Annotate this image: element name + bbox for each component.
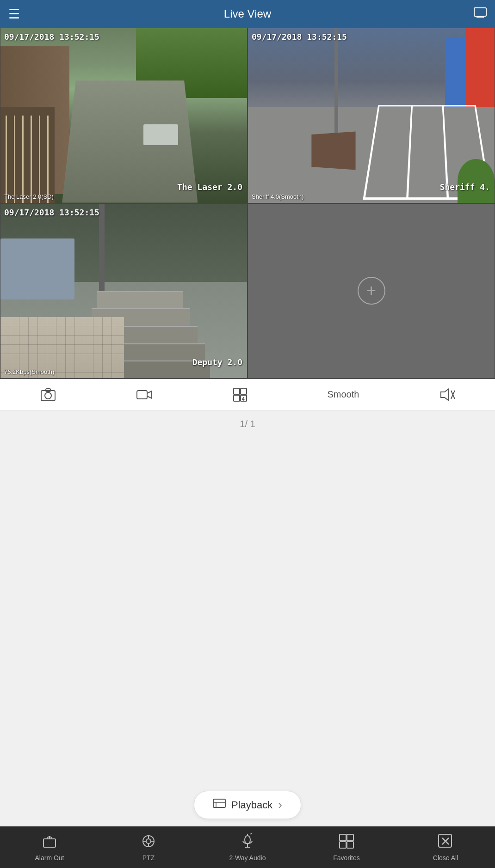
mute-button[interactable] xyxy=(430,384,464,405)
camera-3-label: Deputy 2.0 xyxy=(192,357,242,367)
nav-close-all-label: Close All xyxy=(433,854,458,862)
add-icon: + xyxy=(366,281,376,300)
add-camera-button[interactable]: + xyxy=(358,277,385,305)
menu-icon[interactable]: ☰ xyxy=(8,6,20,22)
close-all-icon xyxy=(438,833,453,852)
grid-button[interactable]: 4 xyxy=(223,384,257,406)
camera-cell-3[interactable]: 09/17/2018 13:52:15 Deputy 2.0 76.2Kbps(… xyxy=(0,203,248,379)
camera-2-bitrate: Sheriff 4.0(Smooth) xyxy=(252,193,303,200)
nav-favorites-label: Favorites xyxy=(333,854,360,862)
bottom-nav: Alarm Out PTZ 2-Way Au xyxy=(0,826,495,868)
nav-2way-audio-label: 2-Way Audio xyxy=(229,854,266,862)
svg-rect-7 xyxy=(137,391,147,399)
camera-3-timestamp: 09/17/2018 13:52:15 xyxy=(4,208,99,217)
camera-2-timestamp: 09/17/2018 13:52:15 xyxy=(252,32,347,42)
camera-1-label: The Laser 2.0 xyxy=(177,182,242,192)
camera-1-bitrate: The Laser 2.0(SD) xyxy=(4,193,54,200)
camera-grid: 09/17/2018 13:52:15 The Laser 2.0 The La… xyxy=(0,28,495,379)
pagination-text: 1/ 1 xyxy=(240,419,255,429)
nav-ptz-label: PTZ xyxy=(142,854,155,862)
svg-rect-10 xyxy=(234,395,240,401)
svg-point-22 xyxy=(146,839,151,844)
svg-point-5 xyxy=(45,392,51,399)
playback-bar: Playback › xyxy=(0,783,495,826)
nav-alarm-out[interactable]: Alarm Out xyxy=(0,833,99,862)
camera-2-label: Sheriff 4. xyxy=(440,182,490,192)
svg-rect-16 xyxy=(213,799,225,807)
nav-ptz[interactable]: PTZ xyxy=(99,833,198,862)
svg-rect-34 xyxy=(340,842,346,848)
favorites-icon xyxy=(339,833,354,852)
toolbar: 4 Smooth xyxy=(0,379,495,410)
playback-button[interactable]: Playback › xyxy=(194,791,301,819)
svg-rect-32 xyxy=(340,834,346,841)
svg-line-31 xyxy=(250,833,252,834)
camera-cell-1[interactable]: 09/17/2018 13:52:15 The Laser 2.0 The La… xyxy=(0,28,248,203)
svg-rect-9 xyxy=(241,388,247,394)
screenshot-button[interactable] xyxy=(31,384,65,405)
playback-label: Playback xyxy=(231,799,272,811)
camera-cell-2[interactable]: 09/17/2018 13:52:15 Sheriff 4. Sheriff 4… xyxy=(248,28,495,203)
nav-close-all[interactable]: Close All xyxy=(396,833,495,862)
2way-audio-icon xyxy=(240,833,255,852)
svg-rect-0 xyxy=(474,8,486,16)
svg-rect-35 xyxy=(347,842,353,848)
camera-1-timestamp: 09/17/2018 13:52:15 xyxy=(4,32,99,42)
nav-alarm-out-label: Alarm Out xyxy=(35,854,64,862)
svg-rect-19 xyxy=(43,839,56,847)
svg-text:4: 4 xyxy=(242,397,245,402)
content-wrapper: 09/17/2018 13:52:15 The Laser 2.0 The La… xyxy=(0,28,495,826)
nav-2way-audio[interactable]: 2-Way Audio xyxy=(198,833,297,862)
svg-rect-8 xyxy=(234,388,240,394)
alarm-out-icon xyxy=(42,833,57,852)
svg-point-27 xyxy=(245,836,250,844)
svg-rect-33 xyxy=(347,834,353,841)
record-button[interactable] xyxy=(127,385,162,404)
ptz-icon xyxy=(141,833,156,852)
empty-space xyxy=(0,434,495,783)
pagination-area: 1/ 1 xyxy=(0,410,495,434)
svg-marker-13 xyxy=(441,389,448,400)
nav-favorites[interactable]: Favorites xyxy=(297,833,396,862)
camera-3-bitrate: 76.2Kbps(Smooth) xyxy=(4,368,54,375)
camera-cell-4[interactable]: + xyxy=(248,203,495,379)
screen-icon[interactable] xyxy=(474,7,487,20)
header-bar: ☰ Live View xyxy=(0,0,495,28)
playback-chevron: › xyxy=(278,798,282,812)
playback-icon xyxy=(213,799,226,812)
quality-label[interactable]: Smooth xyxy=(318,385,369,403)
page-title: Live View xyxy=(224,7,271,20)
